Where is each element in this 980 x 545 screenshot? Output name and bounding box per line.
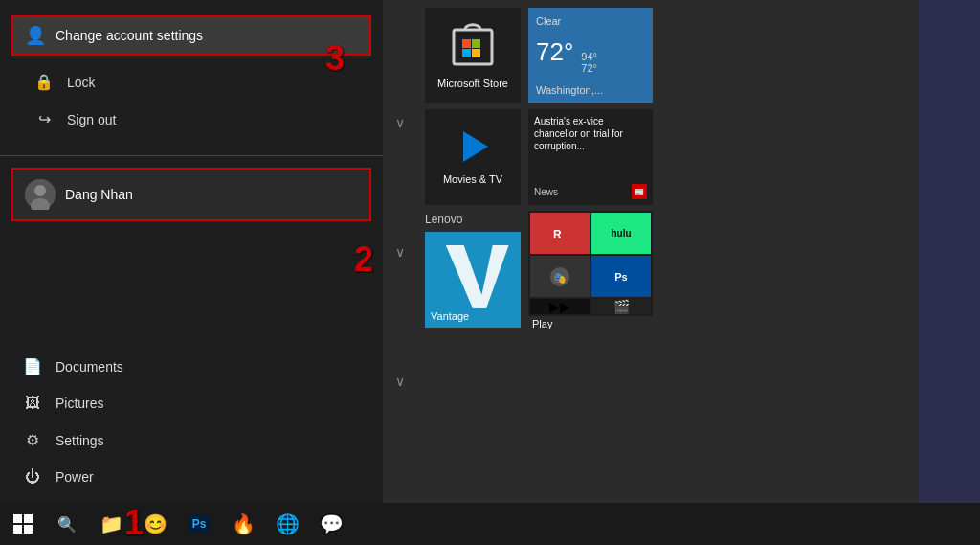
- play-tile[interactable]: R hulu 🎭 Ps ▶▶ 🎬: [528, 211, 653, 316]
- play-section: R hulu 🎭 Ps ▶▶ 🎬 Play: [528, 211, 653, 331]
- movies-tv-tile[interactable]: Movies & TV: [425, 109, 521, 205]
- weather-high: 94°: [581, 51, 597, 62]
- avatar: [25, 179, 56, 210]
- garena-icon: 🔥: [232, 512, 256, 535]
- power-icon: ⏻: [23, 468, 42, 486]
- lock-label: Lock: [67, 75, 96, 90]
- bottom-nav: 📄 Documents 🖼 Pictures ⚙ Settings ⏻ Powe…: [0, 348, 383, 503]
- expand-arrow-2[interactable]: ∨: [395, 244, 405, 260]
- settings-label: Settings: [56, 433, 104, 448]
- annotation-2: 2: [354, 239, 373, 280]
- annotation-3: 3: [325, 38, 345, 79]
- play-sub-hulu: hulu: [591, 213, 651, 254]
- settings-item[interactable]: ⚙ Settings: [0, 421, 383, 459]
- svg-text:🎭: 🎭: [553, 271, 567, 284]
- search-button[interactable]: 🔍: [46, 503, 88, 545]
- documents-item[interactable]: 📄 Documents: [0, 348, 383, 385]
- tiles-col-1: Microsoft Store Movies & TV Lenovo: [425, 8, 521, 495]
- weather-tile[interactable]: Clear 72° 94° 72° Washington,...: [528, 8, 653, 103]
- movies-tile-label: Movies & TV: [443, 173, 502, 185]
- user-icon: 👤: [25, 25, 46, 46]
- expand-arrows-panel: ∨ ∨ ∨: [383, 0, 417, 503]
- svg-rect-4: [462, 39, 471, 48]
- play-sub-3: 🎭: [530, 256, 590, 297]
- lenovo-section: Lenovo Vantage: [425, 211, 521, 328]
- weather-temp: 72°: [536, 37, 573, 67]
- tiles-col-2: Clear 72° 94° 72° Washington,... Austria…: [528, 8, 653, 495]
- settings-icon: ⚙: [23, 431, 42, 449]
- file-explorer-icon: 📁: [100, 512, 123, 535]
- windows-icon: [13, 514, 33, 534]
- svg-rect-6: [462, 49, 471, 57]
- tiles-panel: Microsoft Store Movies & TV Lenovo: [417, 0, 919, 503]
- chrome-icon: 🌐: [276, 512, 300, 535]
- play-sub-5: ▶▶: [530, 299, 590, 314]
- news-source: News: [534, 187, 558, 197]
- sign-out-label: Sign out: [67, 112, 116, 127]
- user-section: 👤 Change account settings 🔒 Lock ↪ Sign …: [0, 8, 383, 149]
- store-tile-label: Microsoft Store: [437, 78, 508, 89]
- play-label: Play: [528, 316, 653, 331]
- svg-text:R: R: [553, 228, 562, 241]
- microsoft-store-tile[interactable]: Microsoft Store: [425, 8, 521, 103]
- documents-icon: 📄: [23, 357, 42, 375]
- taskbar-chrome[interactable]: 🌐: [266, 503, 308, 545]
- line-icon: 💬: [320, 512, 344, 535]
- user-name-box[interactable]: Dang Nhan: [11, 168, 371, 221]
- lock-icon: 🔒: [34, 73, 54, 91]
- taskbar-line[interactable]: 💬: [310, 503, 352, 545]
- play-sub-ps: Ps: [591, 256, 651, 297]
- sign-out-item[interactable]: ↪ Sign out: [11, 101, 371, 138]
- weather-condition: Clear: [536, 15, 645, 27]
- news-icon: 📰: [632, 184, 647, 199]
- weather-low: 72°: [581, 62, 597, 74]
- svg-point-1: [34, 185, 46, 196]
- svg-rect-7: [472, 49, 480, 57]
- pictures-item[interactable]: 🖼 Pictures: [0, 385, 383, 421]
- news-tile[interactable]: Austria's ex-vice chancellor on trial fo…: [528, 109, 653, 205]
- play-sub-6: 🎬: [591, 299, 651, 314]
- taskbar-garena[interactable]: 🔥: [222, 503, 264, 545]
- lock-item[interactable]: 🔒 Lock: [11, 63, 371, 101]
- pictures-label: Pictures: [56, 396, 104, 411]
- taskbar-photoshop[interactable]: Ps: [178, 503, 220, 545]
- play-sub-roblox: R: [530, 213, 590, 254]
- search-icon: 🔍: [57, 515, 77, 534]
- expand-arrow-3[interactable]: ∨: [395, 374, 405, 389]
- annotation-1: 1: [124, 503, 144, 543]
- user-name: Dang Nhan: [65, 187, 133, 202]
- start-menu: 👤 Change account settings 🔒 Lock ↪ Sign …: [0, 0, 919, 503]
- news-footer: News 📰: [534, 184, 647, 199]
- photoshop-icon: Ps: [189, 515, 211, 533]
- news-headline: Austria's ex-vice chancellor on trial fo…: [534, 115, 647, 152]
- start-button[interactable]: [2, 503, 44, 545]
- pictures-icon: 🖼: [23, 395, 42, 412]
- svg-rect-5: [472, 39, 480, 48]
- vantage-tile[interactable]: Vantage: [425, 232, 521, 328]
- sign-out-icon: ↪: [34, 110, 54, 128]
- vantage-label: Vantage: [431, 310, 469, 322]
- documents-label: Documents: [56, 359, 123, 375]
- change-account-label: Change account settings: [56, 28, 203, 43]
- divider: [0, 155, 383, 156]
- face-app-icon: 😊: [144, 512, 167, 535]
- change-account-button[interactable]: 👤 Change account settings: [11, 15, 371, 56]
- taskbar: 🔍 📁 😊 Ps 🔥 🌐 💬: [0, 503, 980, 545]
- lenovo-label: Lenovo: [425, 211, 521, 228]
- power-label: Power: [56, 469, 94, 485]
- expand-arrow-1[interactable]: ∨: [395, 115, 405, 130]
- power-item[interactable]: ⏻ Power: [0, 459, 383, 495]
- weather-city: Washington,...: [536, 84, 645, 96]
